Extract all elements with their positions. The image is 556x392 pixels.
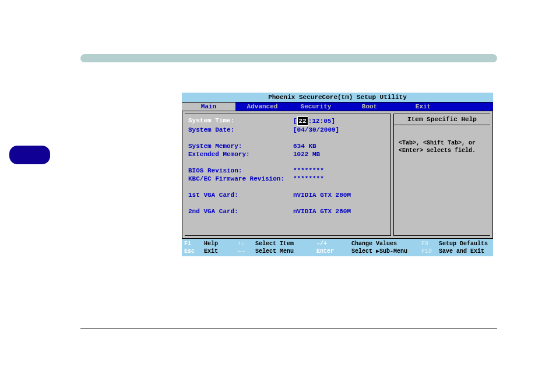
label-change-values: Change Values	[351, 240, 421, 248]
value-vga2: nVIDIA GTX 280M	[293, 207, 351, 216]
value-system-memory: 634 KB	[293, 142, 316, 150]
value-kbc-revision: ********	[293, 175, 324, 183]
label-select-menu: Select Menu	[255, 248, 316, 255]
label-extended-memory: Extended Memory:	[188, 150, 293, 158]
tab-advanced[interactable]: Advanced	[235, 103, 289, 111]
value-system-date[interactable]: [04/30/2009]	[293, 126, 339, 134]
page-footer-rule	[80, 328, 497, 329]
value-system-time[interactable]: [22:12:05]	[293, 116, 335, 126]
key-f1-label: Help	[204, 240, 238, 248]
label-bios-revision: BIOS Revision:	[188, 167, 293, 175]
key-f9: F9	[421, 240, 439, 248]
value-vga1: nVIDIA GTX 280M	[293, 191, 351, 199]
value-extended-memory: 1022 MB	[293, 150, 320, 158]
key-enter: Enter	[316, 248, 351, 255]
page-header-bar	[80, 54, 497, 62]
tab-main[interactable]: Main	[182, 103, 235, 111]
bios-window: Phoenix SecureCore(tm) Setup Utility Mai…	[182, 93, 493, 256]
time-rest: :12:05]	[308, 118, 335, 125]
label-setup-defaults: Setup Defaults	[439, 240, 491, 248]
help-title: Item Specific Help	[394, 114, 490, 125]
side-badge	[9, 146, 50, 164]
key-legend: F1 Help ↑↓ Select Item -/+ Change Values…	[182, 238, 493, 256]
main-panel: System Time: [22:12:05] System Date: [04…	[185, 114, 391, 236]
arrows-updown-icon: ↑↓	[238, 240, 255, 248]
time-bracket-open: [	[293, 118, 297, 125]
key-f1: F1	[184, 240, 204, 248]
tab-exit[interactable]: Exit	[396, 103, 450, 111]
content-area: System Time: [22:12:05] System Date: [04…	[182, 111, 493, 238]
value-bios-revision: ********	[293, 167, 324, 175]
label-vga2: 2nd VGA Card:	[188, 207, 293, 216]
bios-title: Phoenix SecureCore(tm) Setup Utility	[182, 93, 493, 103]
key-esc-label: Exit	[204, 248, 238, 255]
key-esc: Esc	[184, 248, 204, 255]
label-vga1: 1st VGA Card:	[188, 191, 293, 199]
label-select-submenu: Select ▶Sub-Menu	[351, 248, 421, 255]
tab-boot[interactable]: Boot	[343, 103, 396, 111]
help-body: <Tab>, <Shift Tab>, or <Enter> selects f…	[394, 125, 490, 157]
key-plusminus: -/+	[316, 240, 351, 248]
key-f10: F10	[421, 248, 439, 255]
tab-security[interactable]: Security	[289, 103, 343, 111]
tab-bar: Main Advanced Security Boot Exit	[182, 103, 493, 111]
label-save-exit: Save and Exit	[439, 248, 491, 255]
time-hh-selected[interactable]: 22	[297, 116, 308, 126]
label-kbc-revision: KBC/EC Firmware Revision:	[188, 175, 293, 183]
arrows-leftright-icon: ←→	[238, 248, 255, 255]
label-select-item: Select Item	[255, 240, 316, 248]
label-system-time: System Time:	[188, 116, 293, 126]
label-system-memory: System Memory:	[188, 142, 293, 150]
help-panel: Item Specific Help <Tab>, <Shift Tab>, o…	[393, 114, 490, 236]
label-system-date: System Date:	[188, 126, 293, 134]
